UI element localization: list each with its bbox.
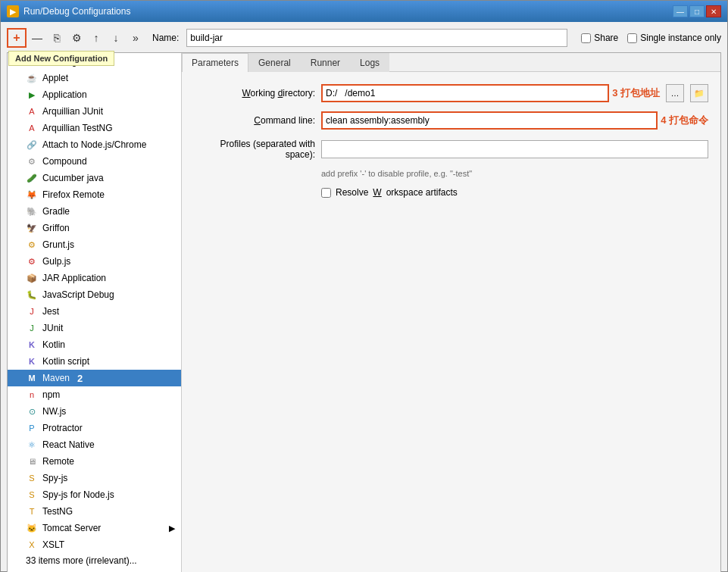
config-item-more[interactable]: 33 items more (irrelevant)... (8, 553, 181, 568)
profiles-input[interactable] (321, 140, 708, 158)
config-item-tomcat-server[interactable]: 🐱 Tomcat Server ▶ (8, 520, 181, 536)
add-config-button[interactable]: + Add New Configuration (7, 28, 27, 48)
move-down-button[interactable]: ↓ (107, 29, 125, 47)
config-item-kotlin-script[interactable]: K Kotlin script 2 (8, 353, 181, 370)
config-item-applet[interactable]: ☕ Applet (8, 70, 181, 86)
gradle-icon: 🐘 (26, 205, 38, 217)
kotlin-script-icon: K (26, 355, 38, 367)
resolve-workspace-checkbox[interactable] (321, 188, 331, 198)
tomcat-arrow-icon: ▶ (169, 524, 175, 533)
title-bar-controls: — □ ✕ (673, 5, 721, 17)
maven-label: Maven (42, 373, 70, 383)
title-bar: ▶ Run/Debug Configurations — □ ✕ (1, 1, 727, 22)
config-item-junit[interactable]: J JUnit (8, 320, 181, 336)
profiles-label: Profiles (separated with space): (194, 139, 315, 160)
arquillian-junit-icon: A (26, 105, 38, 117)
tomcat-server-icon: 🐱 (26, 522, 38, 534)
title-bar-left: ▶ Run/Debug Configurations (7, 5, 130, 17)
config-item-kotlin[interactable]: K Kotlin (8, 336, 181, 353)
config-item-gruntjs[interactable]: ⚙ Grunt.js (8, 236, 181, 253)
working-directory-label: Working directory: (194, 88, 315, 98)
tab-logs[interactable]: Logs (350, 53, 389, 72)
config-item-xslt[interactable]: X XSLT (8, 536, 181, 553)
command-line-input-group: 4 打包命令 (321, 111, 708, 130)
resolve-workspace-label: Resolve (336, 187, 368, 198)
config-type-list: 🐜 Ant-Target ☕ Applet ▶ Application A Ar… (8, 53, 182, 572)
toolbar: + Add New Configuration — ⎘ ⚙ ↑ ↓ » (7, 28, 145, 48)
config-item-firefox-remote[interactable]: 🦊 Firefox Remote (8, 186, 181, 203)
jest-icon: J (26, 305, 38, 317)
more-button[interactable]: » (127, 29, 145, 47)
kotlin-icon: K (26, 339, 38, 351)
tab-general[interactable]: General (248, 53, 301, 72)
working-directory-row: Working directory: 3 打包地址 … 📁 (194, 84, 708, 102)
config-item-maven[interactable]: M Maven 2 (8, 370, 181, 386)
close-button[interactable]: ✕ (706, 5, 721, 17)
share-checkbox[interactable] (581, 33, 591, 43)
cucumber-java-icon: 🥒 (26, 172, 38, 184)
config-item-application[interactable]: ▶ Application (8, 86, 181, 103)
react-native-icon: ⚛ (26, 439, 38, 451)
application-icon: ▶ (26, 89, 38, 101)
config-item-protractor[interactable]: P Protractor (8, 420, 181, 436)
config-item-javascript-debug[interactable]: 🐛 JavaScript Debug (8, 286, 181, 303)
name-row: + Add New Configuration — ⎘ ⚙ ↑ ↓ » Name… (7, 28, 721, 48)
maven-num-badge: 2 (77, 373, 83, 384)
share-checkbox-label: Share (581, 33, 618, 43)
config-item-griffon[interactable]: 🦅 Griffon (8, 220, 181, 236)
minimize-button[interactable]: — (673, 5, 688, 17)
dialog-content: + Add New Configuration — ⎘ ⚙ ↑ ↓ » Name… (1, 22, 727, 572)
settings-button[interactable]: ⚙ (67, 29, 86, 47)
config-item-attach-nodejs[interactable]: 🔗 Attach to Node.js/Chrome (8, 136, 181, 153)
config-item-jest[interactable]: J Jest (8, 303, 181, 320)
arquillian-testng-icon: A (26, 122, 38, 134)
config-item-spy-js-node[interactable]: S Spy-js for Node.js (8, 486, 181, 503)
maven-icon: M (26, 372, 38, 384)
config-item-cucumber-java[interactable]: 🥒 Cucumber java (8, 170, 181, 186)
applet-icon: ☕ (26, 72, 38, 84)
single-instance-checkbox[interactable] (627, 33, 637, 43)
config-item-gradle[interactable]: 🐘 Gradle (8, 203, 181, 220)
config-item-arquillian-junit[interactable]: A Arquillian JUnit (8, 103, 181, 120)
tab-parameters[interactable]: Parameters (182, 53, 248, 72)
working-directory-input-group: 3 打包地址 (321, 84, 660, 102)
resolve-workspace-row: Resolve Workspace artifacts (321, 187, 708, 198)
config-item-gulpjs[interactable]: ⚙ Gulp.js (8, 253, 181, 270)
gruntjs-icon: ⚙ (26, 239, 38, 251)
tab-runner[interactable]: Runner (301, 53, 350, 72)
move-up-button[interactable]: ↑ (87, 29, 105, 47)
compound-icon: ⚙ (26, 155, 38, 167)
config-name-input[interactable] (186, 29, 567, 47)
tab-bar: Parameters General Runner Logs (182, 53, 720, 72)
xslt-icon: X (26, 539, 38, 551)
config-item-remote[interactable]: 🖥 Remote (8, 453, 181, 470)
spy-js-icon: S (26, 472, 38, 484)
junit-icon: J (26, 322, 38, 334)
testng-icon: T (26, 505, 38, 517)
attach-nodejs-icon: 🔗 (26, 139, 38, 151)
copy-config-button[interactable]: ⎘ (48, 29, 66, 47)
config-item-jar-application[interactable]: 📦 JAR Application (8, 270, 181, 286)
working-directory-browse-button[interactable]: … (666, 84, 684, 102)
protractor-icon: P (26, 422, 38, 434)
config-item-arquillian-testng[interactable]: A Arquillian TestNG (8, 120, 181, 136)
config-item-react-native[interactable]: ⚛ React Native (8, 436, 181, 453)
firefox-remote-icon: 🦊 (26, 189, 38, 201)
config-item-nwjs[interactable]: ⊙ NW.js (8, 403, 181, 420)
window-icon: ▶ (7, 5, 19, 17)
working-directory-folder-button[interactable]: 📁 (690, 84, 708, 102)
parameters-tab-content: Working directory: 3 打包地址 … 📁 Command li… (182, 72, 720, 572)
run-debug-config-window: ▶ Run/Debug Configurations — □ ✕ + Add N… (0, 0, 728, 572)
working-directory-input[interactable] (321, 84, 609, 102)
jar-application-icon: 📦 (26, 272, 38, 284)
remove-config-button[interactable]: — (28, 29, 46, 47)
config-item-npm[interactable]: n npm (8, 386, 181, 403)
config-item-compound[interactable]: ⚙ Compound (8, 153, 181, 170)
command-line-input[interactable] (321, 111, 658, 130)
maximize-button[interactable]: □ (689, 5, 705, 17)
config-item-spy-js[interactable]: S Spy-js (8, 470, 181, 486)
config-item-testng[interactable]: T TestNG (8, 503, 181, 520)
nwjs-icon: ⊙ (26, 405, 38, 417)
resolve-workspace-label-u: W (373, 187, 381, 198)
remote-icon: 🖥 (26, 455, 38, 467)
